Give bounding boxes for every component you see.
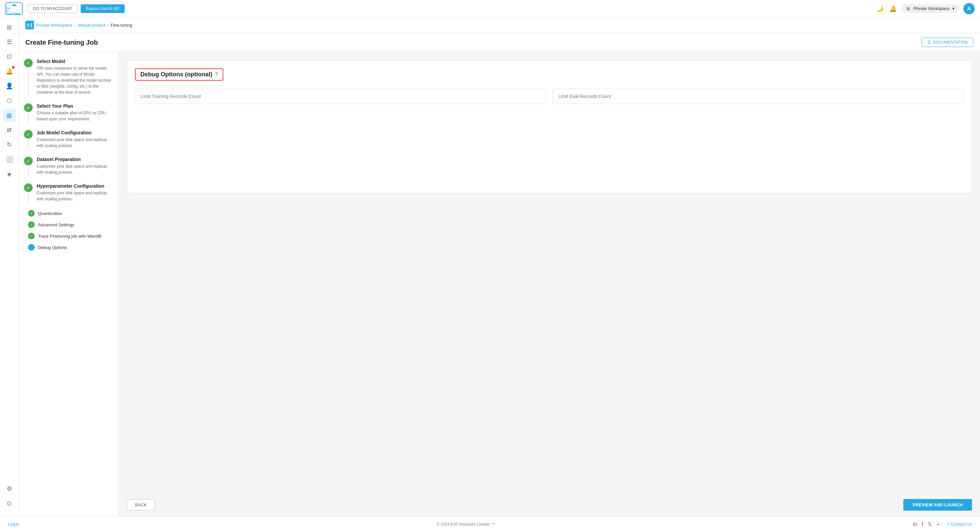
notification-badge bbox=[12, 66, 15, 68]
step-desc-select-model: TIR uses containers to serve the model A… bbox=[37, 65, 113, 96]
workspace-icon: 🖥 bbox=[906, 6, 911, 11]
breadcrumb-toggle[interactable]: ❮❮ bbox=[25, 21, 34, 29]
sub-step-dot-track-finetuning: ✓ bbox=[28, 233, 35, 239]
step-circle-select-plan: ✓ bbox=[24, 104, 33, 112]
twitter-icon[interactable]: 𝕏 bbox=[928, 521, 932, 527]
step-select-plan: ✓ Select Your Plan Choose a suitable pla… bbox=[24, 104, 113, 122]
back-button[interactable]: BACK bbox=[127, 499, 155, 510]
footer-actions: BACK PREVIEW AND LAUNCH bbox=[119, 494, 980, 516]
sub-step-quantization: ✓ Quantization bbox=[28, 210, 113, 217]
page-title: Create Fine-tuning Job bbox=[25, 39, 98, 46]
sidebar-item-package[interactable]: ◈ bbox=[3, 167, 16, 181]
sub-step-dot-quantization: ✓ bbox=[28, 210, 35, 217]
step-title-select-plan: Select Your Plan bbox=[37, 104, 113, 109]
sub-step-label-advanced-settings: Advanced Settings bbox=[38, 222, 74, 227]
linkedin-icon[interactable]: in bbox=[913, 521, 917, 527]
sub-step-dot-debug-options bbox=[28, 244, 35, 251]
debug-title: Debug Options (optional) bbox=[140, 71, 212, 78]
page-header: Create Fine-tuning Job ☰ DOCUMENTATION bbox=[19, 33, 980, 52]
breadcrumb-sep1: › bbox=[74, 23, 76, 28]
navbar: ☁ TIRAI PLATFORM GO TO MYACCOUNT Explore… bbox=[0, 0, 980, 18]
sub-step-track-finetuning: ✓ Track Finetuning job with WandB bbox=[28, 233, 113, 239]
breadcrumb-sep2: › bbox=[107, 23, 109, 28]
sidebar-item-container[interactable]: ⬜ bbox=[3, 153, 16, 166]
step-select-model: ✓ Select Model TIR uses containers to se… bbox=[24, 59, 113, 96]
sidebar-item-settings[interactable]: ⚙ bbox=[3, 482, 16, 495]
breadcrumb-current: Fine-tuning bbox=[111, 23, 132, 28]
step-hyperparam: ✓ Hyperparameter Configuration Customize… bbox=[24, 183, 113, 202]
debug-title-row: Debug Options (optional) ? bbox=[135, 68, 964, 81]
notification-icon[interactable]: 🔔 bbox=[889, 5, 897, 12]
footer-legal[interactable]: Legal bbox=[8, 522, 19, 527]
sub-step-dot-advanced-settings: ✓ bbox=[28, 221, 35, 228]
logo-text: TIRAI PLATFORM bbox=[6, 7, 22, 15]
sidebar-rail: ⊞ ☰ ⊡ 🔔 👤 ⬡ ▦ ⇄ ↻ ⬜ ◈ ⚙ ⊙ bbox=[0, 18, 19, 516]
eval-records-input[interactable] bbox=[553, 89, 964, 104]
step-title-job-model-config: Job Model Configuration bbox=[37, 130, 113, 135]
sidebar-item-team[interactable]: 👤 bbox=[3, 79, 16, 93]
breadcrumb-project[interactable]: default-project bbox=[78, 23, 105, 28]
step-title-hyperparam: Hyperparameter Configuration bbox=[37, 183, 113, 189]
help-icon[interactable]: ? bbox=[215, 72, 218, 78]
step-title-dataset-prep: Dataset Preparation bbox=[37, 157, 113, 162]
sidebar-item-grid[interactable]: ⊡ bbox=[3, 50, 16, 63]
sidebar-item-help[interactable]: ⊙ bbox=[3, 497, 16, 510]
sidebar-item-nodes[interactable]: ⬡ bbox=[3, 94, 16, 107]
genai-button[interactable]: Explore GenAI API bbox=[81, 4, 125, 13]
question-icon: ? bbox=[947, 522, 949, 527]
debug-title-box: Debug Options (optional) ? bbox=[135, 68, 223, 81]
workspace-label: Private Workspace bbox=[913, 6, 950, 11]
sub-step-label-quantization: Quantization bbox=[38, 211, 62, 216]
facebook-icon[interactable]: f bbox=[922, 521, 923, 527]
doc-icon: ☰ bbox=[928, 40, 931, 45]
step-job-model-config: ✓ Job Model Configuration Customize your… bbox=[24, 130, 113, 149]
logo: ☁ TIRAI PLATFORM bbox=[5, 2, 23, 15]
contact-us-button[interactable]: ? Contact Us bbox=[947, 522, 972, 527]
sidebar-item-refresh[interactable]: ↻ bbox=[3, 138, 16, 151]
debug-panel: Debug Options (optional) ? bbox=[119, 52, 980, 494]
myaccount-button[interactable]: GO TO MYACCOUNT bbox=[28, 4, 77, 13]
sub-step-label-debug-options: Debug Options bbox=[38, 245, 67, 250]
darkmode-icon[interactable]: 🌙 bbox=[876, 5, 883, 12]
breadcrumb-workspace[interactable]: Private Workspace bbox=[36, 23, 72, 28]
training-records-input[interactable] bbox=[135, 89, 546, 104]
sidebar-item-home[interactable]: ⊞ bbox=[3, 21, 16, 34]
sub-step-debug-options: Debug Options bbox=[28, 244, 113, 251]
step-circle-hyperparam: ✓ bbox=[24, 183, 33, 192]
documentation-button[interactable]: ☰ DOCUMENTATION bbox=[922, 38, 973, 47]
footer-copyright: © 2024 E2E Networks Limited ™ bbox=[19, 522, 913, 527]
sidebar-item-docs[interactable]: ☰ bbox=[3, 35, 16, 49]
step-desc-dataset-prep: Customize your disk space and replicas w… bbox=[37, 163, 113, 175]
step-dataset-prep: ✓ Dataset Preparation Customize your dis… bbox=[24, 157, 113, 175]
step-desc-hyperparam: Customize your disk space and replicas w… bbox=[37, 190, 113, 202]
sub-step-advanced-settings: ✓ Advanced Settings bbox=[28, 221, 113, 228]
page-footer: Legal © 2024 E2E Networks Limited ™ in f… bbox=[0, 516, 980, 532]
avatar[interactable]: A bbox=[963, 3, 975, 14]
step-desc-job-model-config: Customize your disk space and replicas w… bbox=[37, 137, 113, 149]
sub-step-label-track-finetuning: Track Finetuning job with WandB bbox=[38, 234, 101, 239]
footer-social: in f 𝕏 ⌁ bbox=[913, 521, 940, 527]
sidebar-item-pipeline[interactable]: ⇄ bbox=[3, 123, 16, 137]
chevron-down-icon: ▾ bbox=[952, 6, 955, 11]
step-desc-select-plan: Choose a suitable plan of GPU or CPU bas… bbox=[37, 110, 113, 122]
rss-icon[interactable]: ⌁ bbox=[937, 521, 940, 527]
debug-inputs bbox=[135, 89, 964, 104]
sidebar-item-jobs[interactable]: ▦ bbox=[3, 109, 16, 122]
sidebar-item-notification[interactable]: 🔔 bbox=[3, 65, 16, 78]
sub-steps: ✓ Quantization ✓ Advanced Settings ✓ Tra… bbox=[24, 210, 113, 251]
navbar-icons: 🌙 🔔 bbox=[876, 5, 897, 12]
launch-button[interactable]: PREVIEW AND LAUNCH bbox=[903, 499, 972, 511]
step-title-select-model: Select Model bbox=[37, 59, 113, 64]
logo-icon: ☁ bbox=[12, 2, 16, 7]
breadcrumb: ❮❮ Private Workspace › default-project ›… bbox=[19, 18, 980, 33]
steps-panel: ✓ Select Model TIR uses containers to se… bbox=[19, 52, 119, 516]
logo-box: ☁ TIRAI PLATFORM bbox=[5, 2, 23, 15]
step-circle-dataset-prep: ✓ bbox=[24, 157, 33, 165]
step-circle-select-model: ✓ bbox=[24, 59, 33, 67]
step-circle-job-model-config: ✓ bbox=[24, 130, 33, 139]
workspace-selector[interactable]: 🖥 Private Workspace ▾ bbox=[901, 4, 959, 13]
debug-card: Debug Options (optional) ? bbox=[127, 60, 972, 193]
